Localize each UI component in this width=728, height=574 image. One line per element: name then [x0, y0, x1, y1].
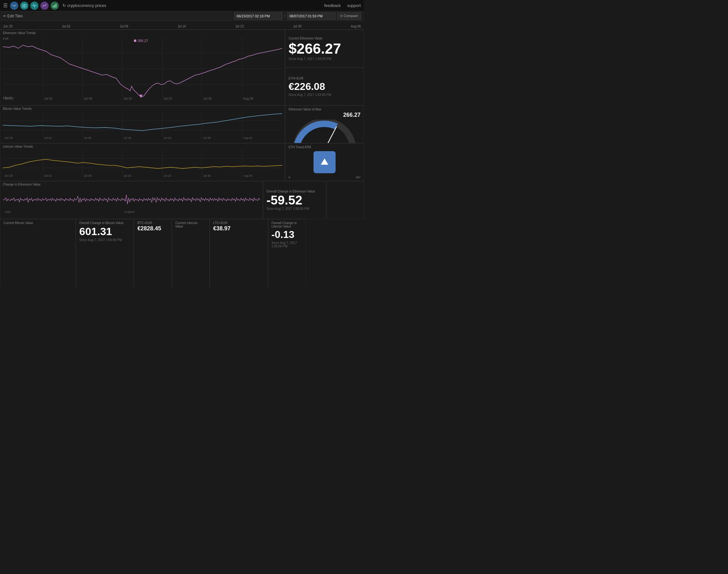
tick-jul02: Jul 02 — [62, 25, 70, 28]
eth-chart-svg: Jun 25 Jul 02 Jul 09 Jul 16 Jul 23 Jul 3… — [3, 37, 282, 100]
date-range: : ⊙ Compare — [234, 13, 361, 19]
current-eth-panel: Current Ethereum Value $266.27 Since Aug… — [285, 30, 364, 68]
overall-eth-change-panel: Overall Change in Ethereum Value -59.52 … — [263, 181, 326, 219]
overall-btc-change-since: Since Aug 7, 2017 1:59:00 PM — [79, 238, 130, 242]
date-start-input[interactable] — [234, 13, 282, 19]
eth-trend-atm-title: ETH Trend ATM — [289, 146, 360, 149]
ltc-eur-col: LTC+EUR €38.97 LTC Trend ATM — [209, 219, 268, 287]
current-ltc-panel: Current Litecoin Value $45.87 Since Aug … — [172, 219, 209, 287]
current-eth-value: $266.27 — [289, 41, 360, 57]
date-separator: : — [284, 14, 285, 18]
ltc-trend-title: Litecoin Value Trends — [3, 145, 282, 148]
svg-text:July: July — [5, 210, 11, 213]
svg-text:Jul 30: Jul 30 — [203, 97, 212, 100]
btc-change-col: Overall Change in Bitcoin Value 601.31 S… — [76, 219, 134, 287]
row4: Change in Ethereum Value July August Ove… — [0, 181, 364, 219]
svg-text:Jun 25: Jun 25 — [4, 136, 13, 139]
eth-eur-since: Since Aug 7, 2017 1:59:00 PM — [289, 93, 360, 96]
svg-text:Jul 30: Jul 30 — [203, 174, 211, 177]
tick-jul16: Jul 16 — [178, 25, 186, 28]
eth-change-title: Change in Ethereum Value — [3, 183, 260, 186]
overall-ltc-change-panel: Overall Change in Litecoin Value -0.13 S… — [268, 219, 306, 287]
eth-gauge-svg: 0 407 — [290, 120, 359, 143]
app-title: ↻ cryptocurrency prices — [63, 3, 106, 8]
eth-annotation: 266.27 — [134, 39, 148, 43]
svg-text:Jul 02: Jul 02 — [44, 97, 53, 100]
svg-point-1 — [24, 5, 25, 7]
hamburger-icon[interactable]: ☰ — [3, 3, 8, 8]
eth-eur-value: €226.08 — [289, 81, 360, 92]
ltc-eur-value: €38.97 — [213, 225, 264, 232]
svg-rect-4 — [55, 4, 56, 8]
eth-trend-atm-arrow — [313, 151, 336, 173]
svg-marker-56 — [321, 158, 328, 165]
ltc-chart-svg: Jun 25 Jul 02 Jul 09 Jul 16 Jul 23 Jul 3… — [3, 149, 282, 177]
eth-trend-atm-mini-panel — [326, 181, 364, 219]
eth-atm-max: 407 — [356, 176, 360, 179]
top-nav: ☰ ↻ cryptocurrency prices feedback suppo… — [0, 0, 364, 11]
ltc-trend-panel: Litecoin Value Trends Jun 25 Jul 02 Jul … — [0, 143, 285, 181]
overall-eth-change-value: -59.52 — [266, 194, 323, 206]
tick-jul09: Jul 09 — [120, 25, 128, 28]
tick-jun25: Jun 25 — [3, 25, 13, 28]
nav-icons — [10, 2, 59, 10]
btc-eur-col: BTC+EUR €2828.45 BTC Trend ATM — [134, 219, 172, 287]
btc-trend-title: Bitcoin Value Trends — [3, 107, 282, 111]
eth-min-label: 133.23 — [3, 96, 12, 99]
eth-trend-panel: Ethereum Value Trends 266.27 0.14 133.23 — [0, 30, 285, 106]
svg-rect-3 — [54, 5, 55, 8]
tick-jul23: Jul 23 — [235, 25, 244, 28]
svg-text:Jul 23: Jul 23 — [163, 174, 171, 177]
svg-rect-2 — [53, 6, 54, 8]
current-btc-title: Current Bitcoin Value — [3, 221, 72, 225]
svg-text:Jul 16: Jul 16 — [124, 136, 131, 139]
svg-text:Aug 06: Aug 06 — [243, 136, 252, 139]
compare-button[interactable]: ⊙ Compare — [337, 13, 361, 19]
svg-text:Jun 25: Jun 25 — [4, 174, 13, 177]
svg-text:Jul 02: Jul 02 — [44, 174, 52, 177]
toolbar: ✏ Edit Tiles : ⊙ Compare — [0, 11, 364, 21]
tick-aug06: Aug 06 — [351, 25, 361, 28]
bar-nav-icon[interactable] — [50, 2, 59, 10]
eth-trend-atm-panel: ETH Trend ATM 0 407 — [285, 143, 364, 181]
overall-ltc-change-title: Overall Change in Litecoin Value — [271, 221, 302, 228]
camera-nav-icon[interactable] — [20, 2, 28, 10]
btc-eur-panel: BTC+EUR €2828.45 — [134, 219, 172, 287]
wave-nav-icon[interactable] — [10, 2, 18, 10]
eth-gauge: 0 407 — [290, 120, 359, 143]
current-ltc-title: Current Litecoin Value — [175, 221, 206, 228]
tick-jul30: Jul 30 — [293, 25, 302, 28]
timeline-ticks: Jun 25 Jul 02 Jul 09 Jul 16 Jul 23 Jul 3… — [3, 25, 361, 28]
ltc-eur-panel: LTC+EUR €38.97 — [209, 219, 268, 287]
current-eth-title: Current Ethereum Value — [289, 37, 360, 40]
overall-btc-change-value: 601.31 — [79, 225, 130, 238]
chart-nav-icon[interactable] — [40, 2, 49, 10]
eth-max-title: Ethereum Value of Max — [289, 108, 360, 111]
ltc-change-col: Overall Change in Litecoin Value -0.13 S… — [268, 219, 306, 287]
date-end-input[interactable] — [287, 13, 335, 19]
eth-eur-panel: ETH+EUR €226.08 Since Aug 7, 2017 1:59:0… — [285, 68, 364, 106]
svg-text:Jul 09: Jul 09 — [84, 97, 92, 100]
eth-max-label: 0.14 — [3, 37, 8, 40]
overall-btc-change-panel: Overall Change in Bitcoin Value 601.31 S… — [76, 219, 134, 287]
svg-text:Jul 23: Jul 23 — [163, 136, 171, 139]
edit-tiles-button[interactable]: ✏ Edit Tiles — [3, 14, 23, 18]
svg-text:Jul 23: Jul 23 — [163, 97, 172, 100]
svg-text:Aug 06: Aug 06 — [243, 174, 252, 177]
pulse-nav-icon[interactable] — [30, 2, 39, 10]
svg-text:Jul 16: Jul 16 — [124, 97, 132, 100]
support-link[interactable]: support — [347, 3, 361, 8]
timeline: Jun 25 Jul 02 Jul 09 Jul 16 Jul 23 Jul 3… — [0, 21, 364, 30]
svg-text:Aug 06: Aug 06 — [243, 97, 254, 100]
feedback-link[interactable]: feedback — [324, 3, 341, 8]
refresh-icon: ↻ — [63, 3, 66, 8]
eth-eur-title: ETH+EUR — [289, 77, 360, 80]
overall-eth-change-since: Since Aug 7, 2017 1:59:00 PM — [266, 207, 323, 210]
overall-eth-change-title: Overall Change in Ethereum Value — [266, 190, 323, 193]
btc-eur-value: €2828.45 — [137, 225, 168, 232]
nav-right: feedback support — [324, 3, 361, 8]
svg-text:Jul 09: Jul 09 — [84, 174, 91, 177]
eth-atm-min: 0 — [289, 176, 290, 179]
svg-text:August: August — [124, 210, 135, 213]
eth-max-value: 266.27 — [289, 112, 360, 118]
